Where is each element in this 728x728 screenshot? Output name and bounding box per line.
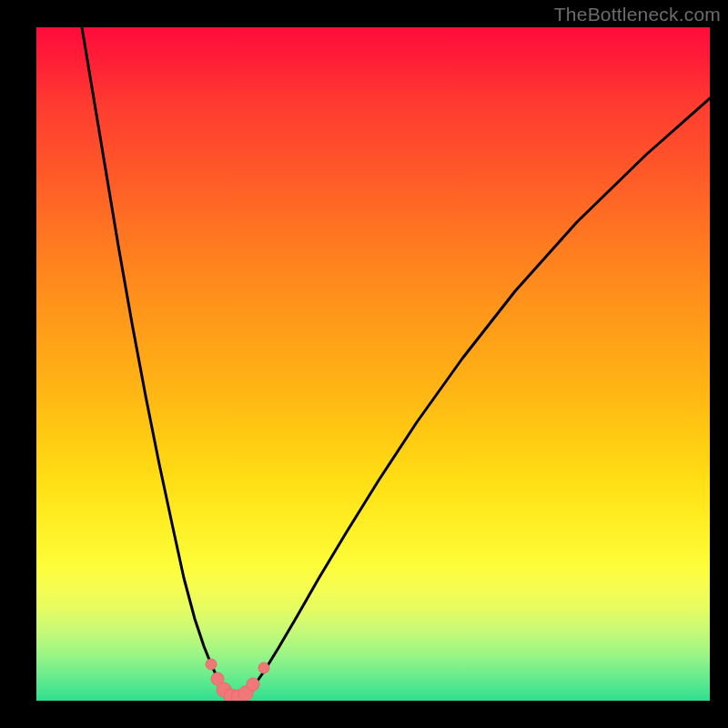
valley-marker bbox=[258, 662, 269, 673]
chart-frame: TheBottleneck.com bbox=[0, 0, 728, 728]
chart-svg bbox=[36, 27, 710, 701]
plot-area bbox=[36, 27, 710, 701]
curve-group bbox=[82, 27, 710, 700]
marker-group bbox=[206, 659, 269, 701]
valley-marker bbox=[206, 659, 217, 670]
bottleneck-curve bbox=[82, 27, 710, 700]
valley-marker bbox=[247, 678, 259, 691]
watermark-text: TheBottleneck.com bbox=[554, 4, 721, 25]
